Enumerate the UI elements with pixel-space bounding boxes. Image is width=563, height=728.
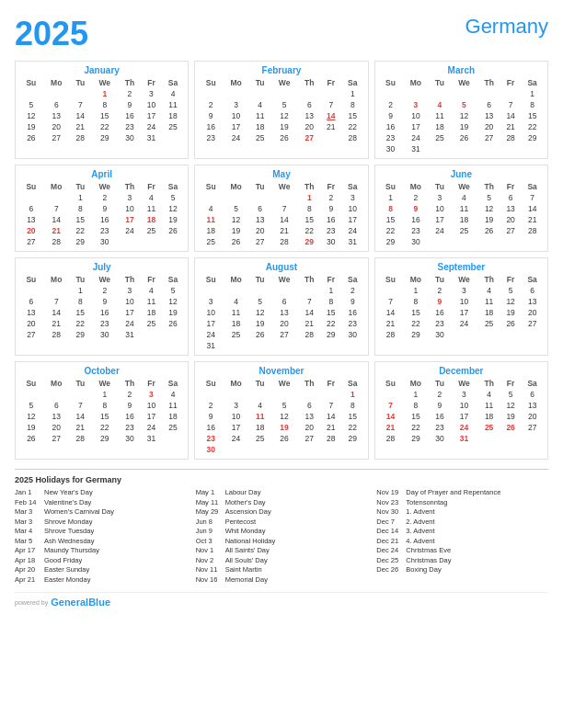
- holiday-item: Mar 5Ash Wednesday: [15, 537, 187, 545]
- holiday-date: Apr 17: [15, 546, 44, 554]
- holiday-date: Nov 30: [376, 507, 406, 516]
- holiday-date: Dec 14: [376, 527, 406, 535]
- holiday-item: Nov 19Day of Prayer and Repentance: [376, 488, 548, 496]
- holidays-col2: May 1Labour DayMay 11Mother's DayMay 29A…: [196, 488, 368, 585]
- holiday-name: Easter Monday: [44, 575, 187, 584]
- month-title-june: June: [379, 169, 544, 179]
- holiday-date: Dec 25: [376, 556, 406, 564]
- holiday-name: Women's Carnival Day: [44, 507, 187, 516]
- brand-blue: Blue: [88, 597, 110, 608]
- holiday-item: Dec 26Boxing Day: [376, 565, 548, 574]
- holiday-name: Shrove Monday: [44, 518, 187, 526]
- month-title-december: December: [379, 366, 544, 376]
- holiday-name: Christmas Eve: [406, 546, 548, 554]
- holiday-name: Whit Monday: [225, 527, 368, 535]
- holiday-item: Nov 1All Saints' Day: [196, 546, 368, 554]
- holiday-date: Dec 7: [376, 518, 406, 526]
- brand-name: GeneralBlue: [51, 597, 110, 608]
- holiday-name: Christmas Day: [406, 556, 548, 564]
- holiday-name: 2. Advent: [406, 518, 548, 526]
- month-title-march: March: [379, 65, 544, 75]
- footer: powered by GeneralBlue: [15, 592, 548, 608]
- month-december: December SuMoTuWeThFrSa 123456 789101112…: [374, 361, 548, 460]
- holiday-date: Jan 1: [15, 488, 44, 496]
- holiday-name: Maundy Thursday: [44, 546, 187, 554]
- holiday-date: May 11: [196, 498, 225, 506]
- holiday-date: Dec 21: [376, 537, 406, 545]
- holiday-name: National Holiday: [225, 537, 368, 545]
- month-title-july: July: [19, 262, 184, 272]
- holiday-name: Boxing Day: [406, 565, 548, 574]
- holiday-item: Nov 16Memorial Day: [196, 575, 368, 584]
- month-title-february: February: [199, 65, 363, 75]
- holiday-item: Apr 21Easter Monday: [15, 575, 187, 584]
- holiday-date: Apr 20: [15, 565, 44, 574]
- holiday-name: 3. Advent: [406, 527, 548, 535]
- month-august: August SuMoTuWeThFrSa 12 3456789 1011121…: [194, 257, 368, 356]
- holiday-name: 1. Advent: [406, 507, 548, 516]
- holiday-name: Easter Sunday: [44, 565, 187, 574]
- holiday-item: Mar 3Women's Carnival Day: [15, 507, 187, 516]
- holiday-date: Nov 23: [376, 498, 406, 506]
- month-october: October SuMoTuWeThFrSa 1234 567891011 12…: [15, 361, 189, 460]
- month-november: November SuMoTuWeThFrSa 1 2345678 910111…: [194, 361, 368, 460]
- calendars-grid: January SuMoTuWeThFrSa 1234 567891011 12…: [15, 61, 548, 460]
- holiday-date: Dec 26: [376, 565, 406, 574]
- holiday-item: May 1Labour Day: [196, 488, 368, 496]
- holiday-date: Mar 3: [15, 507, 44, 516]
- holiday-date: Dec 24: [376, 546, 406, 554]
- holiday-item: Dec 25Christmas Day: [376, 556, 548, 564]
- holiday-date: Mar 5: [15, 537, 44, 545]
- holiday-name: Saint Martin: [225, 565, 368, 574]
- holiday-name: Ash Wednesday: [44, 537, 187, 545]
- holiday-name: Shrove Tuesday: [44, 527, 187, 535]
- month-title-september: September: [379, 262, 544, 272]
- holiday-name: Labour Day: [225, 488, 368, 496]
- holiday-item: Jun 8Pentecost: [196, 518, 368, 526]
- holiday-name: All Saints' Day: [225, 546, 368, 554]
- holiday-date: May 1: [196, 488, 225, 496]
- holiday-name: Memorial Day: [225, 575, 368, 584]
- holiday-item: May 11Mother's Day: [196, 498, 368, 506]
- holiday-name: Totensonntag: [406, 498, 548, 506]
- holidays-col3: Nov 19Day of Prayer and RepentanceNov 23…: [376, 488, 548, 585]
- month-january: January SuMoTuWeThFrSa 1234 567891011 12…: [15, 61, 189, 159]
- holiday-name: Valentine's Day: [44, 498, 187, 506]
- holiday-date: Jun 9: [196, 527, 225, 535]
- holiday-item: Mar 3Shrove Monday: [15, 518, 187, 526]
- holiday-item: Feb 14Valentine's Day: [15, 498, 187, 506]
- holiday-item: Nov 11Saint Martin: [196, 565, 368, 574]
- holiday-name: All Souls' Day: [225, 556, 368, 564]
- holiday-item: Mar 4Shrove Tuesday: [15, 527, 187, 535]
- holiday-item: Apr 17Maundy Thursday: [15, 546, 187, 554]
- month-july: July SuMoTuWeThFrSa 12345 6789101112 131…: [15, 257, 189, 356]
- month-march: March SuMoTuWeThFrSa 1 2345678 910111213…: [374, 61, 548, 159]
- holiday-item: May 29Ascension Day: [196, 507, 368, 516]
- holiday-name: Ascension Day: [225, 507, 368, 516]
- month-june: June SuMoTuWeThFrSa 1234567 891011121314…: [374, 165, 548, 252]
- month-september: September SuMoTuWeThFrSa 123456 78910111…: [374, 257, 548, 356]
- powered-by-text: powered by: [15, 599, 48, 606]
- holiday-date: Nov 19: [376, 488, 406, 496]
- month-title-january: January: [19, 65, 184, 75]
- holiday-date: Apr 21: [15, 575, 44, 584]
- country-label: Germany: [465, 15, 548, 39]
- holiday-item: Jun 9Whit Monday: [196, 527, 368, 535]
- month-april: April SuMoTuWeThFrSa 12345 6789101112 13…: [15, 165, 189, 252]
- holidays-title: 2025 Holidays for Germany: [15, 475, 548, 484]
- brand-general: General: [51, 597, 88, 608]
- holiday-date: Jun 8: [196, 518, 225, 526]
- holiday-date: Nov 16: [196, 575, 225, 584]
- holiday-date: Apr 18: [15, 556, 44, 564]
- holiday-date: Oct 3: [196, 537, 225, 545]
- holiday-item: Nov 23Totensonntag: [376, 498, 548, 506]
- holiday-item: Dec 72. Advent: [376, 518, 548, 526]
- holiday-date: Mar 3: [15, 518, 44, 526]
- year-label: 2025: [15, 15, 88, 53]
- month-title-october: October: [19, 366, 184, 376]
- holiday-item: Dec 214. Advent: [376, 537, 548, 545]
- holiday-item: Apr 18Good Friday: [15, 556, 187, 564]
- holiday-name: Mother's Day: [225, 498, 368, 506]
- holiday-item: Dec 143. Advent: [376, 527, 548, 535]
- month-title-may: May: [199, 169, 363, 179]
